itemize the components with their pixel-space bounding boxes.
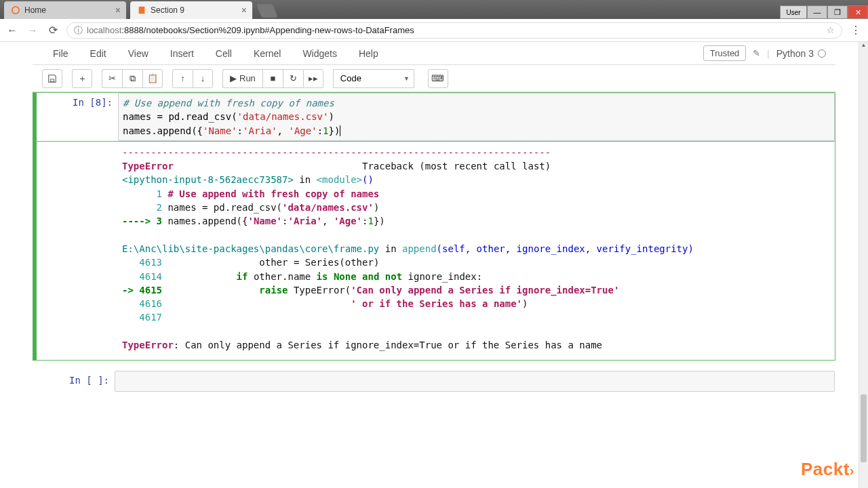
edit-icon[interactable]: ✎: [753, 48, 760, 58]
tab-title: Home: [24, 5, 46, 15]
menu-insert[interactable]: Insert: [159, 44, 205, 63]
restart-run-all-button[interactable]: ▸▸: [303, 69, 323, 88]
empty-code-cell[interactable]: In [ ]:: [33, 370, 835, 392]
kernel-name[interactable]: Python 3: [776, 48, 826, 59]
jupyter-menubar: File Edit View Insert Cell Kernel Widget…: [33, 42, 835, 65]
svg-rect-1: [139, 7, 145, 14]
notebook-icon: [137, 5, 146, 15]
browser-tab-section9[interactable]: Section 9 ×: [130, 1, 252, 19]
menu-file[interactable]: File: [42, 44, 79, 63]
menu-edit[interactable]: Edit: [79, 44, 117, 63]
svg-rect-2: [50, 79, 54, 81]
address-bar: ← → ⟳ ⓘ localhost:8888/notebooks/Section…: [0, 19, 868, 42]
reload-button[interactable]: ⟳: [46, 24, 60, 37]
browser-titlebar: Home × Section 9 × User — ❐ ✕: [0, 0, 868, 19]
url-host: localhost: [87, 25, 121, 35]
run-button[interactable]: ▶ Run: [222, 69, 262, 88]
jupyter-icon: [11, 5, 20, 15]
close-icon[interactable]: ×: [241, 5, 247, 16]
code-cell[interactable]: In [8]: # Use append with fresh copy of …: [33, 92, 835, 142]
code-input[interactable]: # Use append with fresh copy of names na…: [118, 93, 835, 141]
window-close-button[interactable]: ✕: [848, 5, 868, 19]
scrollbar[interactable]: ▲: [859, 42, 868, 488]
error-output: ----------------------------------------…: [118, 142, 835, 360]
command-palette-button[interactable]: ⌨: [428, 69, 448, 88]
save-button[interactable]: [42, 69, 62, 88]
code-input[interactable]: [115, 371, 835, 391]
menu-widgets[interactable]: Widgets: [292, 44, 348, 63]
jupyter-toolbar: ＋ ✂ ⧉ 📋 ↑ ↓ ▶ Run ■ ↻ ▸▸ Code ⌨: [33, 65, 835, 92]
svg-point-0: [12, 7, 20, 14]
move-down-button[interactable]: ↓: [193, 69, 213, 88]
packt-logo: Packt›: [801, 459, 854, 480]
browser-tab-home[interactable]: Home ×: [4, 1, 126, 19]
menu-cell[interactable]: Cell: [205, 44, 243, 63]
menu-icon[interactable]: ⋮: [849, 24, 863, 37]
info-icon: ⓘ: [74, 24, 83, 37]
move-up-button[interactable]: ↑: [172, 69, 193, 88]
interrupt-button[interactable]: ■: [262, 69, 283, 88]
new-tab-button[interactable]: [256, 4, 277, 18]
cut-button[interactable]: ✂: [102, 69, 122, 88]
add-cell-button[interactable]: ＋: [72, 69, 92, 88]
menu-kernel[interactable]: Kernel: [243, 44, 292, 63]
minimize-button[interactable]: —: [807, 5, 827, 19]
restart-button[interactable]: ↻: [283, 69, 303, 88]
input-prompt: In [ ]:: [33, 371, 115, 391]
url-input[interactable]: ⓘ localhost:8888/notebooks/Section%209.i…: [66, 22, 842, 39]
url-path: :8888/notebooks/Section%209.ipynb#Append…: [121, 25, 414, 35]
input-prompt: In [8]:: [37, 93, 118, 141]
menu-help[interactable]: Help: [348, 44, 389, 63]
scroll-up-icon[interactable]: ▲: [859, 42, 868, 52]
tab-title: Section 9: [151, 5, 184, 15]
kernel-indicator-icon: [818, 49, 826, 58]
back-button[interactable]: ←: [5, 24, 19, 37]
trusted-badge[interactable]: Trusted: [703, 45, 747, 61]
star-icon[interactable]: ☆: [827, 25, 835, 35]
copy-button[interactable]: ⧉: [122, 69, 142, 88]
menu-view[interactable]: View: [117, 44, 159, 63]
window-controls: User — ❐ ✕: [780, 5, 868, 19]
output-prompt: [37, 142, 118, 360]
close-icon[interactable]: ×: [115, 5, 121, 16]
notebook-area: In [8]: # Use append with fresh copy of …: [0, 92, 868, 413]
cell-type-select[interactable]: Code: [333, 69, 414, 88]
forward-button[interactable]: →: [26, 24, 39, 37]
maximize-button[interactable]: ❐: [827, 5, 848, 19]
paste-button[interactable]: 📋: [142, 69, 163, 88]
scroll-thumb[interactable]: [861, 394, 867, 462]
output-cell: ----------------------------------------…: [33, 142, 835, 361]
user-badge[interactable]: User: [780, 5, 807, 19]
